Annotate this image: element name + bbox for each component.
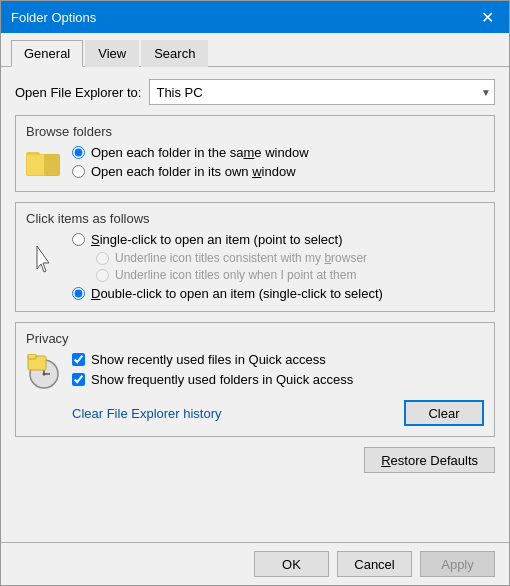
tab-view[interactable]: View xyxy=(85,40,139,67)
dialog-footer: OK Cancel Apply xyxy=(1,542,509,585)
browse-option2-radio[interactable]: Open each folder in its own window xyxy=(72,164,309,179)
folder-options-dialog: Folder Options ✕ General View Search Ope… xyxy=(0,0,510,586)
dialog-title: Folder Options xyxy=(11,10,96,25)
show-files-checkbox[interactable]: Show recently used files in Quick access xyxy=(72,352,484,367)
browse-folders-inner: Open each folder in the same window Open… xyxy=(26,145,484,181)
browse-folders-legend: Browse folders xyxy=(26,124,484,139)
underline-point-radio[interactable]: Underline icon titles only when I point … xyxy=(96,268,484,282)
restore-defaults-label: Restore Defaults xyxy=(381,453,478,468)
click-items-legend: Click items as follows xyxy=(26,211,484,226)
tab-general[interactable]: General xyxy=(11,40,83,67)
browse-option2-input[interactable] xyxy=(72,165,85,178)
apply-button[interactable]: Apply xyxy=(420,551,495,577)
double-click-input[interactable] xyxy=(72,287,85,300)
cancel-button[interactable]: Cancel xyxy=(337,551,412,577)
open-explorer-label: Open File Explorer to: xyxy=(15,85,141,100)
browse-option1-input[interactable] xyxy=(72,146,85,159)
close-button[interactable]: ✕ xyxy=(475,5,499,29)
cursor-icon xyxy=(26,232,62,292)
browse-option1-radio[interactable]: Open each folder in the same window xyxy=(72,145,309,160)
show-files-input[interactable] xyxy=(72,353,85,366)
browse-folder-icon xyxy=(26,145,62,181)
underline-browser-input xyxy=(96,252,109,265)
ok-button[interactable]: OK xyxy=(254,551,329,577)
browse-option2-label: Open each folder in its own window xyxy=(91,164,296,179)
browse-radio-group: Open each folder in the same window Open… xyxy=(72,145,309,179)
restore-defaults-row: Restore Defaults xyxy=(15,447,495,473)
browse-folders-section: Browse folders Open each folder in the s… xyxy=(15,115,495,192)
single-click-input[interactable] xyxy=(72,233,85,246)
single-click-label: Single-click to open an item (point to s… xyxy=(91,232,342,247)
privacy-inner: Show recently used files in Quick access… xyxy=(26,352,484,426)
show-folders-checkbox[interactable]: Show frequently used folders in Quick ac… xyxy=(72,372,484,387)
underline-browser-radio[interactable]: Underline icon titles consistent with my… xyxy=(96,251,484,265)
underline-options: Underline icon titles consistent with my… xyxy=(72,251,484,282)
show-folders-input[interactable] xyxy=(72,373,85,386)
privacy-legend: Privacy xyxy=(26,331,484,346)
open-explorer-dropdown-wrapper: This PC Quick access ▼ xyxy=(149,79,495,105)
restore-defaults-button[interactable]: Restore Defaults xyxy=(364,447,495,473)
click-items-section: Click items as follows Single-click to o… xyxy=(15,202,495,312)
browse-option1-label: Open each folder in the same window xyxy=(91,145,309,160)
content-area: Open File Explorer to: This PC Quick acc… xyxy=(1,67,509,542)
tab-bar: General View Search xyxy=(1,33,509,67)
underline-point-input xyxy=(96,269,109,282)
privacy-section: Privacy xyxy=(15,322,495,437)
tab-search[interactable]: Search xyxy=(141,40,208,67)
clear-button[interactable]: Clear xyxy=(404,400,484,426)
privacy-icon xyxy=(26,352,62,392)
underline-browser-label: Underline icon titles consistent with my… xyxy=(115,251,367,265)
underline-point-label: Underline icon titles only when I point … xyxy=(115,268,356,282)
click-items-inner: Single-click to open an item (point to s… xyxy=(26,232,484,301)
click-radio-group: Single-click to open an item (point to s… xyxy=(72,232,484,301)
double-click-radio[interactable]: Double-click to open an item (single-cli… xyxy=(72,286,484,301)
double-click-label: Double-click to open an item (single-cli… xyxy=(91,286,383,301)
title-bar: Folder Options ✕ xyxy=(1,1,509,33)
clear-history-row: Clear File Explorer history Clear xyxy=(72,400,484,426)
single-click-radio[interactable]: Single-click to open an item (point to s… xyxy=(72,232,484,247)
open-explorer-select[interactable]: This PC Quick access xyxy=(149,79,495,105)
clear-history-label: Clear File Explorer history xyxy=(72,406,222,421)
svg-rect-3 xyxy=(44,154,60,176)
privacy-checkboxes: Show recently used files in Quick access… xyxy=(72,352,484,426)
svg-rect-9 xyxy=(28,354,36,359)
show-files-label: Show recently used files in Quick access xyxy=(91,352,326,367)
open-explorer-row: Open File Explorer to: This PC Quick acc… xyxy=(15,79,495,105)
show-folders-label: Show frequently used folders in Quick ac… xyxy=(91,372,353,387)
